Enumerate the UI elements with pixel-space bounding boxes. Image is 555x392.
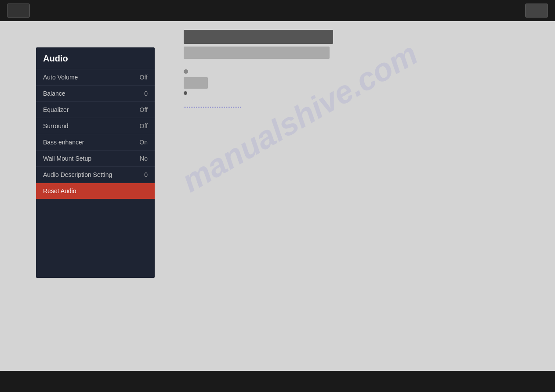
menu-item-audio-description[interactable]: Audio Description Setting 0 [36,166,155,183]
menu-item-reset-audio[interactable]: Reset Audio [36,183,155,199]
menu-item-wall-mount-setup[interactable]: Wall Mount Setup No [36,150,155,166]
menu-item-equalizer-value: Off [140,106,148,113]
menu-item-bass-enhancer-value: On [139,139,148,146]
menu-item-surround-label: Surround [43,122,69,129]
menu-item-balance[interactable]: Balance 0 [36,85,155,101]
small-box [184,77,208,89]
top-bar-right-button[interactable] [525,4,548,18]
menu-item-bass-enhancer[interactable]: Bass enhancer On [36,134,155,150]
top-bar-left-button[interactable] [7,4,30,18]
dot-indicator-bottom [184,91,187,95]
menu-item-equalizer-label: Equalizer [43,106,69,113]
watermark: manualshive.com [176,36,424,199]
menu-item-reset-audio-label: Reset Audio [43,187,76,194]
audio-panel-title: Audio [36,47,155,69]
menu-item-surround[interactable]: Surround Off [36,118,155,134]
menu-item-audio-description-value: 0 [144,171,148,178]
audio-panel-bottom-space [36,199,155,278]
bottom-bar [0,371,555,392]
dot-indicator-top [184,69,188,74]
menu-item-bass-enhancer-label: Bass enhancer [43,139,84,146]
menu-item-balance-label: Balance [43,90,65,97]
top-gray-bar [184,47,330,59]
menu-item-wall-mount-setup-label: Wall Mount Setup [43,155,91,162]
menu-item-balance-value: 0 [144,90,148,97]
main-content: Audio Auto Volume Off Balance 0 Equalize… [0,21,555,371]
top-dark-bar [184,30,333,44]
menu-item-auto-volume-value: Off [140,74,148,81]
menu-item-surround-value: Off [140,122,148,129]
menu-item-equalizer[interactable]: Equalizer Off [36,101,155,118]
menu-item-wall-mount-setup-value: No [140,155,148,162]
menu-item-auto-volume[interactable]: Auto Volume Off [36,69,155,85]
audio-panel: Audio Auto Volume Off Balance 0 Equalize… [36,47,155,278]
watermark-line1: manualshive.com [176,36,424,199]
menu-item-auto-volume-label: Auto Volume [43,74,78,81]
dotted-line [184,107,241,108]
menu-item-audio-description-label: Audio Description Setting [43,171,112,178]
top-bar [0,0,555,21]
